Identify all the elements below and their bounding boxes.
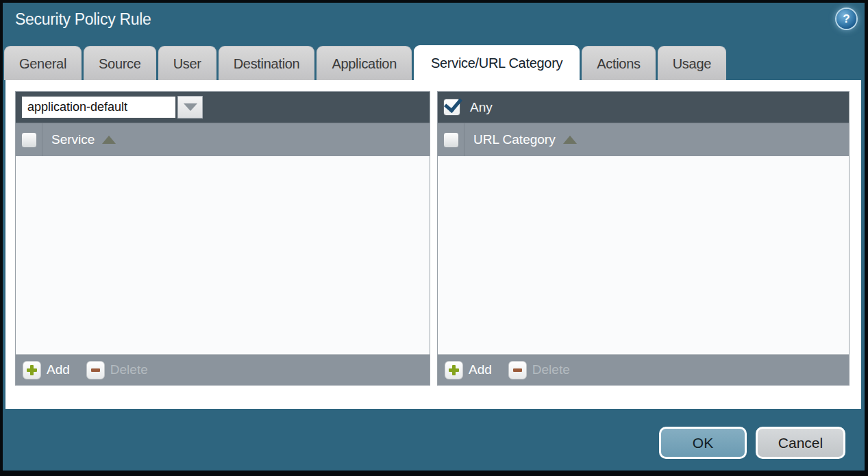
url-category-column-header-row: URL Category (438, 123, 849, 156)
tab-content-area: Service Add Delete (5, 80, 861, 409)
service-panel-toolbar (16, 92, 430, 123)
tab-destination[interactable]: Destination (219, 46, 315, 80)
tab-user[interactable]: User (158, 46, 216, 80)
cancel-button[interactable]: Cancel (756, 427, 845, 459)
any-checkbox[interactable] (443, 99, 460, 116)
url-category-add-button[interactable]: Add (445, 361, 492, 379)
add-button-label: Add (47, 362, 70, 377)
security-policy-rule-dialog: Security Policy Rule ? General Source Us… (0, 0, 868, 476)
tab-actions[interactable]: Actions (582, 46, 656, 80)
service-type-input[interactable] (21, 96, 176, 118)
url-category-list (438, 156, 849, 354)
help-icon[interactable]: ? (836, 9, 856, 29)
service-add-button[interactable]: Add (23, 361, 70, 379)
minus-icon (508, 361, 527, 379)
dialog-title: Security Policy Rule (15, 10, 151, 29)
service-panel: Service Add Delete (15, 91, 430, 386)
delete-button-label: Delete (532, 362, 570, 377)
service-panel-footer: Add Delete (16, 354, 430, 385)
service-type-dropdown-button[interactable] (177, 96, 203, 118)
tab-application[interactable]: Application (317, 46, 412, 80)
service-column-header[interactable]: Service (51, 132, 95, 147)
url-category-panel-toolbar: Any (438, 92, 849, 123)
dialog-background: Security Policy Rule ? General Source Us… (3, 3, 865, 471)
minus-icon (86, 361, 105, 379)
tab-source[interactable]: Source (84, 46, 156, 80)
tab-bar: General Source User Destination Applicat… (4, 45, 726, 80)
delete-button-label: Delete (110, 362, 148, 377)
ok-button[interactable]: OK (659, 427, 747, 459)
url-category-panel: Any URL Category Add (437, 91, 850, 386)
sort-ascending-icon[interactable] (563, 136, 577, 144)
url-category-delete-button[interactable]: Delete (508, 361, 570, 379)
plus-icon (23, 361, 41, 379)
tab-usage[interactable]: Usage (658, 46, 726, 80)
url-category-column-header[interactable]: URL Category (473, 132, 556, 147)
tab-service-url-category[interactable]: Service/URL Category (414, 45, 580, 80)
service-delete-button[interactable]: Delete (86, 361, 148, 379)
url-category-panel-footer: Add Delete (438, 354, 849, 385)
checkmark-icon (444, 94, 462, 113)
tab-general[interactable]: General (4, 46, 82, 80)
service-type-dropdown (21, 96, 203, 118)
service-select-all-checkbox[interactable] (21, 132, 37, 148)
any-label: Any (470, 100, 493, 115)
url-category-select-all-checkbox[interactable] (443, 132, 459, 148)
sort-ascending-icon[interactable] (102, 136, 116, 144)
service-column-header-row: Service (16, 123, 430, 156)
plus-icon (445, 361, 463, 379)
add-button-label: Add (469, 362, 492, 377)
service-list (16, 156, 430, 354)
chevron-down-icon (184, 103, 197, 111)
